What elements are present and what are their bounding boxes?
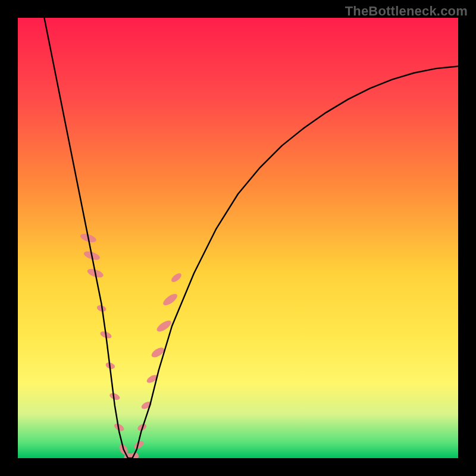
- highlight-markers: [79, 232, 183, 458]
- chart-stage: TheBottleneck.com: [0, 0, 476, 476]
- plot-area: [18, 18, 458, 458]
- marker-capsule: [161, 292, 179, 308]
- chart-svg: [18, 18, 458, 458]
- watermark-text: TheBottleneck.com: [345, 4, 468, 19]
- marker-capsule: [170, 272, 183, 284]
- bottleneck-curve: [44, 18, 458, 458]
